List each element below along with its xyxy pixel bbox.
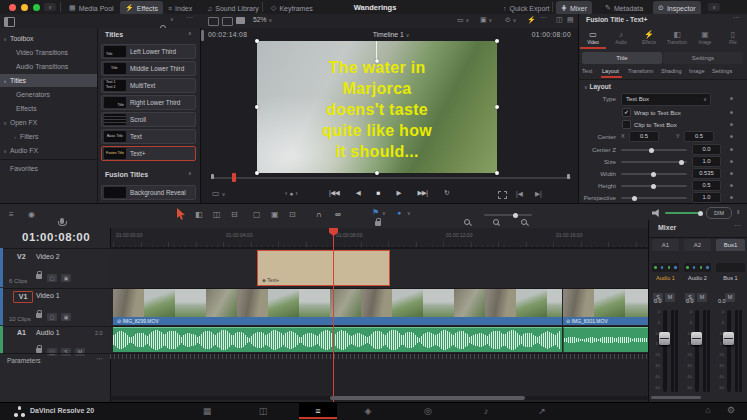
center-z-slider[interactable] — [621, 149, 687, 151]
transform-handle[interactable] — [495, 39, 499, 43]
subtab-image[interactable]: Image — [689, 68, 705, 74]
fader-handle[interactable] — [659, 332, 670, 345]
collapse-section-icon[interactable]: ∧ — [188, 30, 192, 36]
transform-handle[interactable] — [255, 39, 259, 43]
macos-zoom-button[interactable] — [33, 4, 40, 11]
layout-section-header[interactable]: ∨ Layout — [584, 83, 611, 90]
page-color[interactable]: ◎ — [418, 406, 438, 416]
size-value[interactable]: 1.0 — [692, 156, 721, 167]
mixer-hscroll-thumb[interactable] — [651, 396, 701, 399]
page-edit[interactable]: ≡ — [308, 406, 328, 416]
mixer-channel-tab-a2[interactable]: A2 — [684, 239, 711, 251]
zoom-fit-icon[interactable] — [464, 219, 470, 225]
viewer-wand-icon[interactable]: ⚡ — [527, 16, 536, 24]
view-mode-grid-button[interactable] — [208, 17, 219, 26]
page-media[interactable]: ▦ — [197, 406, 217, 416]
overwrite-clip-icon[interactable]: ▣ — [271, 210, 279, 219]
type-dropdown[interactable]: Text Box ∨ — [621, 93, 711, 106]
center-z-value[interactable]: 0.0 — [692, 144, 721, 155]
nav-filters[interactable]: ›Filters — [0, 130, 107, 143]
effects-options-icon[interactable]: ⋯ — [186, 14, 193, 22]
track-name[interactable]: Video 2 — [36, 253, 60, 260]
nav-audio-fx[interactable]: ∨Audio FX — [0, 144, 97, 157]
page-fairlight[interactable]: ♪ — [476, 406, 496, 416]
insert-clip-icon[interactable]: ▢ — [253, 210, 261, 219]
tab-inspector[interactable]: ⊙ Inspector — [653, 1, 701, 15]
track-header-v1[interactable]: V1 Video 1 ▢▣ 10 Clips — [3, 288, 110, 326]
tab-mixer[interactable]: ⋕ Mixer — [556, 1, 592, 15]
go-to-end-button[interactable]: ▶▶| — [417, 189, 427, 197]
mixer-channel-tab-a1[interactable]: A1 — [652, 239, 679, 251]
track-enable-button[interactable]: ▣ — [61, 313, 71, 321]
dim-button[interactable]: DIM — [706, 207, 732, 219]
title-item-middle-lower-third[interactable]: Title Middle Lower Third — [101, 61, 196, 76]
play-reverse-button[interactable]: ◀ — [356, 189, 361, 197]
viewer-playhead[interactable] — [232, 173, 236, 182]
settings-segment-tab[interactable]: Settings — [663, 52, 743, 64]
view-mode-thumb-button[interactable] — [236, 17, 245, 24]
link-clips-icon[interactable]: ∞ — [335, 210, 341, 219]
next-edit-button[interactable]: ▶| — [535, 190, 542, 198]
wrap-checkbox[interactable]: ✓ — [622, 108, 631, 117]
inspector-options-icon[interactable]: ⋯ — [733, 14, 740, 22]
match-frame-button[interactable] — [498, 191, 507, 199]
clip-checkbox[interactable] — [622, 120, 631, 129]
width-slider[interactable] — [621, 173, 687, 175]
viewer-source-icon[interactable]: ▭ ∨ — [457, 16, 469, 24]
razor-tool-icon[interactable]: ⊟ — [231, 210, 238, 219]
keyframe-button[interactable] — [730, 160, 733, 163]
inspector-tab-audio[interactable]: ♪Audio — [607, 30, 635, 45]
eq-mini-display[interactable] — [652, 263, 679, 272]
go-to-start-button[interactable]: |◀◀ — [329, 189, 339, 197]
macos-close-button[interactable] — [9, 4, 16, 11]
mixer-channel-tab-bus1[interactable]: Bus1 — [716, 239, 745, 251]
track-id-destination[interactable]: V1 — [13, 291, 33, 303]
nav-toolbox[interactable]: ∨Toolbox — [0, 32, 97, 45]
view-mode-list-button[interactable] — [222, 17, 233, 26]
track-enable-button[interactable]: ▣ — [61, 274, 71, 282]
eq-mini-display[interactable] — [684, 263, 711, 272]
mute-button[interactable]: M — [665, 293, 675, 302]
snapping-icon[interactable]: ∩ — [316, 210, 322, 219]
track-name[interactable]: Audio 1 — [36, 329, 60, 336]
perspective-slider[interactable] — [621, 197, 687, 199]
timeline-options-icon[interactable]: ≡ — [9, 210, 14, 219]
replace-clip-icon[interactable]: ⊡ — [289, 210, 296, 219]
track-lock-icon[interactable] — [36, 313, 42, 318]
keyframe-button[interactable] — [730, 172, 733, 175]
collapse-section-icon[interactable]: ∧ — [188, 170, 192, 176]
search-caret-icon[interactable]: ∨ — [170, 16, 174, 22]
viewer-options-icon[interactable]: ⋯ — [540, 14, 547, 22]
nav-favorites[interactable]: Favorites — [0, 162, 107, 175]
timeline-clip-audio-b[interactable] — [563, 327, 648, 352]
page-deliver[interactable]: ↗ — [532, 406, 552, 416]
perspective-value[interactable]: 1.0 — [692, 192, 721, 203]
title-segment-tab[interactable]: Title — [582, 52, 662, 64]
width-value[interactable]: 0.535 — [692, 168, 721, 179]
scrubber-start-handle[interactable] — [211, 174, 214, 179]
keyframe-button[interactable] — [730, 184, 733, 187]
tab-media-pool[interactable]: ▦ Media Pool — [64, 1, 119, 15]
title-overlay-text[interactable]: The water in Marjorca doens't taste quit… — [257, 57, 497, 162]
flag-caret-icon[interactable]: ∨ — [382, 210, 386, 216]
panel-collapse-icon[interactable] — [4, 17, 15, 27]
macos-minimize-button[interactable] — [21, 4, 28, 11]
fader-handle[interactable] — [691, 332, 702, 345]
zoom-detail-icon[interactable] — [493, 219, 499, 225]
height-value[interactable]: 0.5 — [692, 180, 721, 191]
track-name[interactable]: Video 1 — [36, 292, 60, 299]
play-button[interactable]: ▶ — [396, 189, 401, 197]
size-slider[interactable] — [621, 161, 687, 163]
track-id[interactable]: V2 — [17, 253, 26, 260]
auto-select-button[interactable]: ▢ — [47, 274, 57, 282]
timeline-clip-video-b[interactable]: ⊘ IMG_8301.MOV — [563, 289, 648, 325]
timeline-master-timecode[interactable]: 01:00:08:00 — [22, 231, 90, 243]
gain-value[interactable]: 0.0 — [718, 298, 726, 304]
transform-handle[interactable] — [495, 105, 499, 109]
mute-button[interactable]: M — [697, 293, 707, 302]
mixer-options-icon[interactable]: ⋯ — [734, 222, 741, 230]
stop-button[interactable]: ■ — [377, 189, 380, 197]
title-item-background-reveal[interactable]: Background Reveal — [101, 185, 196, 200]
mute-button[interactable]: M — [725, 293, 735, 302]
marker-icon[interactable]: ● — [397, 209, 401, 216]
